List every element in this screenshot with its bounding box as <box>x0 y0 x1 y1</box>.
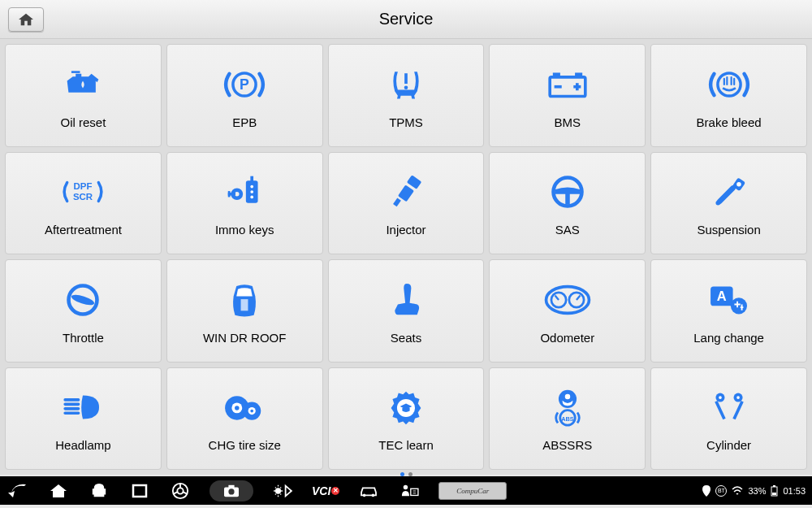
win-dr-roof-icon <box>226 277 263 323</box>
svg-text:P: P <box>240 76 249 93</box>
throttle-icon <box>64 277 102 323</box>
tile-sas[interactable]: SAS <box>489 152 646 255</box>
nav-brightness-button[interactable] <box>271 480 294 502</box>
nav-vci-status[interactable]: VCI✕ <box>312 480 339 502</box>
bms-icon <box>545 62 590 107</box>
nav-camera-button[interactable] <box>209 480 253 501</box>
tile-cylinder[interactable]: Cylinder <box>650 367 807 471</box>
tile-aftertreatment[interactable]: DPFSCR Aftertreatment <box>5 152 162 255</box>
tile-tec-learn[interactable]: TEC learn <box>328 367 485 471</box>
nav-back-button[interactable] <box>6 480 29 502</box>
brand-text: CompuCar <box>456 487 489 495</box>
system-navbar: VCI✕ CompuCar BT 33% 01:53 <box>0 476 812 505</box>
tile-label: Odometer <box>540 331 594 345</box>
svg-point-52 <box>736 396 740 399</box>
tile-label: BMS <box>555 115 581 129</box>
bt-icon: BT <box>715 485 727 497</box>
tile-label: Injector <box>386 223 425 237</box>
svg-rect-57 <box>228 484 234 488</box>
battery-percent: 33% <box>748 486 766 496</box>
odometer-icon <box>543 277 592 323</box>
wifi-icon <box>732 486 743 496</box>
svg-point-55 <box>177 488 183 493</box>
tile-label: Cylinder <box>706 438 751 452</box>
tile-odometer[interactable]: Odometer <box>489 259 646 363</box>
tile-tpms[interactable]: TPMS <box>328 44 485 147</box>
vci-error-icon: ✕ <box>331 487 339 495</box>
svg-rect-2 <box>404 73 408 84</box>
brand-logo: CompuCar <box>438 482 507 500</box>
tile-label: TPMS <box>389 115 423 129</box>
tile-suspension[interactable]: Suspension <box>650 152 807 255</box>
nav-chrome-button[interactable] <box>169 480 192 502</box>
lang-change-icon: A <box>707 277 751 323</box>
svg-point-35 <box>730 297 746 314</box>
injector-icon <box>386 169 426 215</box>
svg-rect-19 <box>228 191 231 197</box>
svg-point-16 <box>251 190 254 193</box>
home-icon <box>17 12 35 27</box>
svg-rect-66 <box>772 493 776 495</box>
svg-rect-9 <box>576 83 579 90</box>
svg-rect-7 <box>554 85 561 89</box>
tile-brake-bleed[interactable]: Brake bleed <box>650 44 807 147</box>
page-dot <box>408 472 412 476</box>
svg-point-10 <box>718 73 741 96</box>
page-title: Service <box>379 10 434 28</box>
tile-label: Brake bleed <box>697 115 762 129</box>
tile-seats[interactable]: Seats <box>328 259 485 363</box>
nav-recent-button[interactable] <box>128 480 151 502</box>
tile-label: SAS <box>555 223 580 237</box>
svg-rect-53 <box>133 485 146 497</box>
svg-point-30 <box>546 286 589 313</box>
tile-chg-tire-size[interactable]: CHG tire size <box>166 367 323 471</box>
nav-car-button[interactable] <box>357 480 380 502</box>
tile-label: WIN DR ROOF <box>203 331 287 345</box>
tec-learn-icon <box>387 384 425 430</box>
tile-label: Seats <box>391 331 421 345</box>
tile-throttle[interactable]: Throttle <box>5 259 162 363</box>
svg-point-61 <box>372 493 375 497</box>
tile-abssrs[interactable]: ABS ABSSRS <box>489 367 646 471</box>
svg-rect-21 <box>398 185 414 202</box>
nav-home-button[interactable] <box>47 480 70 502</box>
aftertreatment-icon: DPFSCR <box>57 169 109 215</box>
svg-point-17 <box>251 196 254 199</box>
brake-bleed-icon <box>704 62 754 107</box>
home-button[interactable] <box>8 7 44 32</box>
svg-point-26 <box>715 201 720 206</box>
tile-label: EPB <box>232 115 257 129</box>
service-grid: Oil reset P EPB TPMS BMS Brake bleed DPF… <box>0 39 812 475</box>
tile-injector[interactable]: Injector <box>328 152 485 255</box>
headlamp-icon <box>60 384 106 430</box>
tile-headlamp[interactable]: Headlamp <box>5 367 162 471</box>
tile-lang-change[interactable]: A Lang change <box>650 259 807 363</box>
chg-tire-size-icon <box>222 384 267 430</box>
svg-rect-65 <box>773 485 775 487</box>
tile-oil-reset[interactable]: Oil reset <box>5 44 162 147</box>
svg-text:SCR: SCR <box>73 192 93 202</box>
svg-point-15 <box>251 185 254 189</box>
svg-text:DPF: DPF <box>74 182 93 192</box>
tile-immo-keys[interactable]: Immo keys <box>166 152 323 255</box>
svg-point-3 <box>404 85 408 89</box>
svg-point-44 <box>565 394 570 399</box>
tile-label: Headlamp <box>55 438 110 452</box>
tile-label: Aftertreatment <box>45 223 122 237</box>
tile-label: TEC learn <box>378 438 434 452</box>
svg-point-58 <box>228 488 234 494</box>
cylinder-icon <box>710 384 749 430</box>
tile-label: ABSSRS <box>542 438 592 452</box>
svg-rect-20 <box>407 176 421 189</box>
nav-support-button[interactable] <box>398 480 421 502</box>
tile-bms[interactable]: BMS <box>489 44 646 147</box>
tile-label: Oil reset <box>60 115 106 129</box>
tile-epb[interactable]: P EPB <box>166 44 323 147</box>
status-tray[interactable]: BT 33% 01:53 <box>702 485 806 497</box>
svg-point-59 <box>275 488 281 493</box>
tpms-icon <box>386 62 426 107</box>
nav-android-button[interactable] <box>88 480 110 502</box>
svg-point-38 <box>235 406 240 410</box>
tile-win-dr-roof[interactable]: WIN DR ROOF <box>166 259 323 363</box>
tile-label: Lang change <box>693 331 764 345</box>
